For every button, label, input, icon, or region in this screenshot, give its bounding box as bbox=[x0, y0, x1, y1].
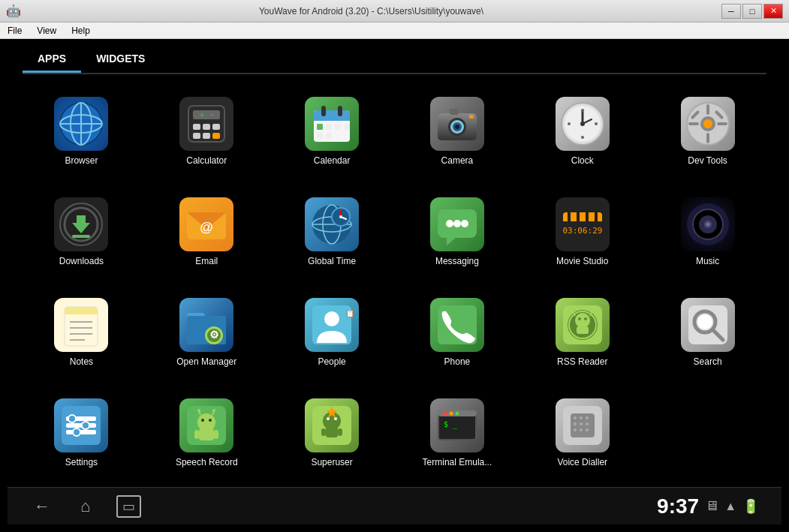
globaltime-icon bbox=[305, 197, 359, 251]
openmanager-label: Open Manager bbox=[176, 356, 236, 367]
svg-rect-126 bbox=[199, 428, 214, 440]
app-messaging[interactable]: Messaging bbox=[398, 185, 516, 278]
svg-point-146 bbox=[455, 412, 459, 416]
app-people[interactable]: 📋 People bbox=[273, 286, 391, 379]
svg-point-119 bbox=[68, 415, 76, 422]
svg-rect-17 bbox=[314, 115, 350, 121]
svg-rect-24 bbox=[317, 133, 323, 139]
messaging-label: Messaging bbox=[435, 256, 479, 266]
devtools-icon bbox=[681, 97, 735, 151]
people-label: People bbox=[318, 356, 345, 367]
openmanager-icon: ⚙ bbox=[179, 298, 233, 352]
svg-point-136 bbox=[334, 417, 337, 420]
app-clock[interactable]: Clock bbox=[523, 85, 641, 178]
app-terminal[interactable]: $ _ Terminal Emula... bbox=[398, 386, 516, 479]
titlebar: 🤖 YouWave for Android (3.20) - C:\Users\… bbox=[0, 0, 789, 23]
minimize-button[interactable]: ─ bbox=[721, 4, 741, 19]
svg-rect-46 bbox=[706, 104, 709, 115]
close-button[interactable]: ✕ bbox=[763, 4, 783, 19]
app-openmanager[interactable]: ⚙ Open Manager bbox=[148, 286, 266, 379]
svg-point-106 bbox=[578, 317, 581, 320]
app-speechrecord[interactable]: Speech Record bbox=[148, 386, 266, 479]
moviestudio-icon: 03:06:29 bbox=[556, 197, 610, 251]
home-nav-button[interactable]: ⌂ bbox=[77, 493, 94, 520]
svg-point-156 bbox=[574, 428, 577, 431]
notes-icon bbox=[54, 298, 108, 352]
app-devtools[interactable]: Dev Tools bbox=[649, 85, 766, 178]
app-moviestudio[interactable]: 03:06:29 Movie Studio bbox=[523, 185, 641, 278]
app-phone[interactable]: Phone bbox=[398, 286, 516, 379]
svg-point-107 bbox=[584, 317, 587, 320]
app-music[interactable]: Music bbox=[649, 185, 766, 278]
svg-point-40 bbox=[581, 136, 584, 139]
android-emulator-window: APPS WIDGETS Browser bbox=[0, 39, 789, 532]
svg-point-39 bbox=[581, 109, 584, 112]
window-controls: ─ □ ✕ bbox=[721, 4, 783, 19]
calculator-label: Calculator bbox=[186, 155, 227, 166]
svg-point-84 bbox=[706, 223, 709, 226]
window-title: YouWave for Android (3.20) - C:\Users\Us… bbox=[21, 6, 721, 17]
svg-rect-6 bbox=[193, 110, 220, 119]
calendar-label: Calendar bbox=[314, 155, 351, 166]
app-email[interactable]: @ Email bbox=[148, 185, 266, 278]
phone-label: Phone bbox=[444, 356, 471, 367]
signal-icon: ▲ bbox=[724, 500, 736, 513]
app-rssreader[interactable]: RSS Reader bbox=[523, 286, 641, 379]
svg-point-42 bbox=[595, 122, 598, 125]
menu-help[interactable]: Help bbox=[67, 24, 95, 38]
svg-point-154 bbox=[580, 422, 583, 425]
app-voicedialler[interactable]: Voice Dialler bbox=[523, 386, 641, 479]
svg-rect-10 bbox=[193, 133, 200, 139]
svg-rect-108 bbox=[577, 326, 589, 334]
music-label: Music bbox=[696, 256, 719, 266]
svg-point-99 bbox=[324, 311, 339, 326]
tab-widgets[interactable]: WIDGETS bbox=[81, 47, 160, 73]
svg-point-152 bbox=[586, 416, 589, 419]
svg-rect-20 bbox=[317, 124, 323, 130]
tab-apps[interactable]: APPS bbox=[23, 47, 81, 73]
app-camera[interactable]: Camera bbox=[398, 85, 516, 178]
android-screen: APPS WIDGETS Browser bbox=[0, 39, 789, 532]
app-calendar[interactable]: Calendar bbox=[273, 85, 391, 178]
recent-nav-button[interactable]: ▭ bbox=[116, 495, 141, 518]
svg-rect-18 bbox=[321, 106, 326, 116]
app-superuser[interactable]: Superuser bbox=[273, 386, 391, 479]
moviestudio-label: Movie Studio bbox=[556, 256, 608, 266]
svg-point-120 bbox=[82, 422, 89, 429]
svg-point-158 bbox=[586, 428, 589, 431]
app-browser[interactable]: Browser bbox=[23, 85, 140, 178]
svg-rect-138 bbox=[321, 428, 326, 436]
notes-label: Notes bbox=[70, 356, 93, 367]
svg-text:+: + bbox=[200, 111, 204, 119]
app-globaltime[interactable]: Global Time bbox=[273, 185, 391, 278]
svg-rect-25 bbox=[326, 133, 332, 139]
svg-point-114 bbox=[697, 314, 712, 329]
svg-point-144 bbox=[443, 412, 447, 416]
svg-point-105 bbox=[575, 313, 590, 328]
svg-point-155 bbox=[586, 422, 589, 425]
calendar-icon bbox=[305, 97, 359, 151]
menu-file[interactable]: File bbox=[3, 24, 26, 38]
svg-point-45 bbox=[703, 119, 712, 128]
monitor-icon: 🖥 bbox=[705, 498, 718, 514]
svg-point-41 bbox=[568, 122, 571, 125]
svg-rect-75 bbox=[568, 212, 571, 221]
app-calculator[interactable]: + − Calculator bbox=[148, 85, 266, 178]
svg-point-71 bbox=[461, 220, 468, 227]
svg-text:$ _: $ _ bbox=[444, 420, 458, 429]
app-downloads[interactable]: Downloads bbox=[23, 185, 140, 278]
svg-rect-76 bbox=[577, 212, 580, 221]
maximize-button[interactable]: □ bbox=[742, 4, 762, 19]
svg-text:📋: 📋 bbox=[345, 308, 354, 318]
svg-point-135 bbox=[327, 417, 330, 420]
app-settings[interactable]: Settings bbox=[23, 386, 140, 479]
menu-view[interactable]: View bbox=[32, 24, 61, 38]
svg-rect-32 bbox=[450, 109, 459, 115]
camera-label: Camera bbox=[441, 155, 474, 166]
app-notes[interactable]: Notes bbox=[23, 286, 140, 379]
back-nav-button[interactable]: ← bbox=[30, 493, 54, 520]
svg-rect-87 bbox=[65, 311, 98, 314]
app-search[interactable]: Search bbox=[649, 286, 766, 379]
svg-point-150 bbox=[574, 416, 577, 419]
speechrecord-label: Speech Record bbox=[176, 457, 238, 467]
